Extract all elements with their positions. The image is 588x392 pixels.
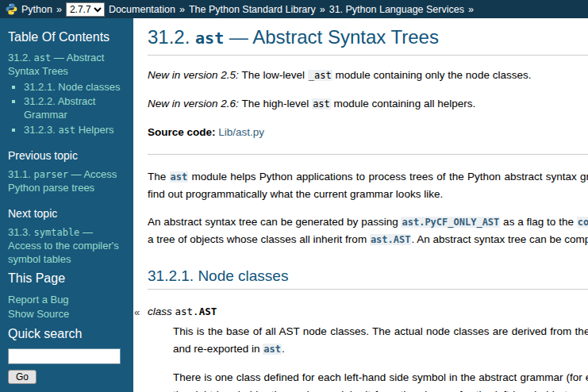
next-topic: 31.3. symtable — Access to the compiler'… [8, 226, 124, 266]
previous-topic-link[interactable]: 31.1. parser — Access Python parse trees [8, 168, 117, 194]
paragraph-text: as a flag to the [500, 216, 576, 228]
this-page-links: Report a Bug Show Source [8, 294, 124, 321]
toc-item-node-classes: 31.2.1. Node classes [24, 81, 124, 94]
ast-module-link[interactable]: ast [170, 171, 189, 183]
source-code-label: Source code: [148, 126, 218, 138]
toc-item-ast-helpers: 31.2.3. ast Helpers [24, 124, 124, 137]
breadcrumb-standard-library[interactable]: The Python Standard Library [189, 4, 316, 15]
inline-code-link[interactable]: ast.AST [370, 234, 412, 245]
title-module-code: ast [195, 29, 224, 48]
paragraph-text: There is one class defined for each left… [173, 371, 588, 383]
quick-search-heading: Quick search [8, 326, 124, 342]
search-form: Go Enter search terms or a module, class… [8, 348, 124, 392]
sidebar: Table Of Contents 31.2. ast — Abstract S… [0, 18, 133, 392]
link-text: 31.3. [8, 226, 34, 238]
search-go-button[interactable]: Go [8, 370, 37, 384]
version-select[interactable]: 2.7.7 [66, 2, 105, 17]
divider [148, 154, 588, 155]
class-keyword: class [148, 306, 175, 317]
previous-topic-heading: Previous topic [8, 149, 124, 163]
toc-link-code: ast [58, 125, 75, 136]
inline-code: ast [312, 98, 331, 110]
toc-link-node-classes[interactable]: 31.2.1. Node classes [24, 81, 120, 93]
inline-code-link[interactable]: ast [170, 171, 189, 183]
link-code: parser [34, 169, 68, 180]
toc-link-text: Helpers [75, 124, 113, 136]
inline-code: _ast [308, 70, 332, 81]
toc-item-abstract-grammar: 31.2.2. Abstract Grammar [24, 95, 124, 121]
paragraph-text: module containing only the node classes. [332, 69, 532, 81]
list-item: Show Source [8, 308, 124, 321]
breadcrumb-separator: » [320, 4, 325, 15]
class-definition: class ast.AST This is the base of all AS… [148, 306, 588, 392]
paragraph-text: The low-level [242, 69, 308, 81]
versionadded-2-5: New in version 2.5: The low-level _ast m… [148, 67, 588, 84]
this-page-heading: This Page [8, 271, 124, 286]
breadcrumb-separator: » [56, 4, 62, 15]
section-heading-node-classes: 31.2.1. Node classes [148, 267, 588, 290]
source-code-line: Source code: Lib/ast.py [148, 124, 588, 140]
title-text: — Abstract Syntax Trees [224, 26, 439, 48]
page-title: 31.2. ast — Abstract Syntax Trees [148, 26, 588, 56]
report-bug-link[interactable]: Report a Bug [8, 294, 69, 306]
breadcrumb-separator: » [179, 4, 185, 15]
paragraph-text: The [148, 171, 170, 183]
next-topic-heading: Next topic [8, 207, 124, 221]
breadcrumb-python[interactable]: Python [21, 4, 52, 15]
toc-item-ast: 31.2. ast — Abstract Syntax Trees 31.2.1… [8, 52, 124, 136]
version-label: New in version 2.5: [148, 69, 242, 81]
top-navigation-bar: Python » 2.7.7 Documentation » The Pytho… [0, 0, 588, 18]
sidebar-collapse-button[interactable]: « [134, 306, 140, 318]
class-name: AST [199, 306, 217, 317]
inline-code-link[interactable]: ast.PyCF_ONLY_AST [401, 217, 500, 228]
inline-code-link[interactable]: compile() [577, 217, 588, 228]
breadcrumb-separator: » [468, 4, 474, 15]
toc-link-ast[interactable]: 31.2. ast — Abstract Syntax Trees [8, 52, 104, 77]
class-description: This is the base of all AST node classes… [173, 323, 588, 392]
link-code: symtable [34, 227, 80, 238]
paragraph-text: The high-level [242, 98, 313, 110]
toc-link-text: 31.2.3. [24, 124, 58, 136]
link-text: 31.1. [8, 168, 34, 180]
class-paragraph-2: There is one class defined for each left… [173, 369, 588, 392]
next-topic-link[interactable]: 31.3. symtable — Access to the compiler'… [8, 226, 119, 264]
toc-link-abstract-grammar[interactable]: 31.2.2. Abstract Grammar [24, 95, 95, 121]
show-source-link[interactable]: Show Source [8, 308, 69, 320]
paragraph-text: . [282, 343, 285, 355]
breadcrumb-documentation[interactable]: Documentation [109, 4, 175, 15]
previous-topic: 31.1. parser — Access Python parse trees [8, 168, 124, 194]
paragraph-text: . An abstract syntax tree can be compile… [411, 233, 588, 245]
versionadded-2-6: New in version 2.6: The high-level ast m… [148, 95, 588, 113]
main-content: 31.2. ast — Abstract Syntax Trees New in… [148, 18, 588, 392]
class-prefix: ast. [175, 306, 199, 317]
paragraph-text: This is the base of all AST node classes… [173, 325, 588, 337]
inline-code-link[interactable]: ast [263, 344, 282, 355]
source-code-link[interactable]: Lib/ast.py [218, 126, 264, 138]
toc-link-ast-helpers[interactable]: 31.2.3. ast Helpers [24, 124, 113, 136]
python-logo-icon[interactable] [6, 3, 17, 15]
toc-link-text: 31.2.1. Node classes [24, 81, 120, 93]
toc-link-text: 31.2.2. Abstract Grammar [24, 95, 95, 121]
intro-paragraph-2: An abstract syntax tree can be generated… [148, 213, 588, 248]
toc-heading: Table Of Contents [8, 29, 124, 45]
search-input[interactable] [8, 348, 121, 364]
breadcrumb-language-services[interactable]: 31. Python Language Services [329, 4, 464, 15]
title-text: 31.2. [148, 26, 195, 48]
class-paragraph-1: This is the base of all AST node classes… [173, 323, 588, 358]
toc-list: 31.2. ast — Abstract Syntax Trees 31.2.1… [8, 52, 124, 136]
toc-link-text: 31.2. [8, 52, 34, 63]
version-label: New in version 2.6: [148, 98, 242, 110]
list-item: Report a Bug [8, 294, 124, 307]
paragraph-text: An abstract syntax tree can be generated… [148, 216, 401, 228]
intro-paragraph-1: The ast module helps Python applications… [148, 168, 588, 202]
paragraph-text: module containing all helpers. [331, 98, 475, 110]
toc-link-code: ast [34, 52, 52, 63]
class-signature: class ast.AST [148, 306, 588, 317]
toc-sublist: 31.2.1. Node classes 31.2.2. Abstract Gr… [8, 81, 124, 137]
paragraph-text: module helps Python applications to proc… [148, 171, 588, 200]
